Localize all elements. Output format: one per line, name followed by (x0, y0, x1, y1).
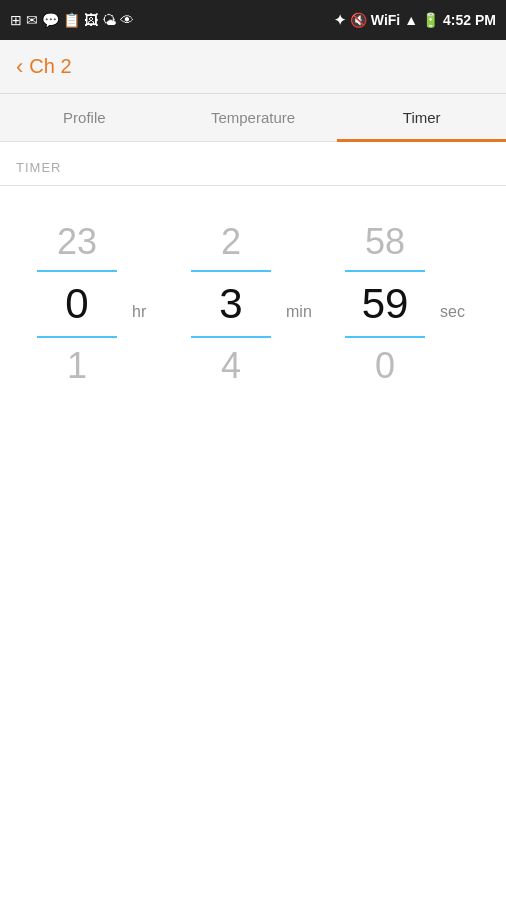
seconds-unit-label: sec (440, 295, 484, 321)
add-icon: ⊞ (10, 12, 22, 28)
tab-temperature[interactable]: Temperature (169, 95, 338, 142)
status-icons-right: ✦ 🔇 WiFi ▲ 🔋 4:52 PM (334, 12, 496, 28)
section-label: TIMER (0, 142, 506, 186)
image-icon: 🖼 (84, 12, 98, 28)
minutes-picker[interactable]: 2 3 4 (176, 216, 286, 392)
eye-icon: 👁 (120, 12, 134, 28)
bluetooth-icon: ✦ (334, 12, 346, 28)
message-icon: 💬 (42, 12, 59, 28)
seconds-line-top (345, 270, 425, 272)
seconds-current: 59 (362, 274, 409, 334)
hours-above: 23 (57, 216, 97, 268)
minutes-above: 2 (221, 216, 241, 268)
status-icons-left: ⊞ ✉ 💬 📋 🖼 🌤 👁 (10, 12, 134, 28)
email-icon: ✉ (26, 12, 38, 28)
clip-icon: 📋 (63, 12, 80, 28)
back-button[interactable]: ‹ Ch 2 (16, 54, 72, 80)
mute-icon: 🔇 (350, 12, 367, 28)
minutes-below: 4 (221, 340, 241, 392)
minutes-current: 3 (219, 274, 242, 334)
minutes-line-top (191, 270, 271, 272)
seconds-picker[interactable]: 58 59 0 (330, 216, 440, 392)
timer-picker: 23 0 1 hr 2 3 4 min 58 59 0 sec (0, 186, 506, 392)
tab-bar: Profile Temperature Timer (0, 94, 506, 142)
hours-line-bottom (37, 336, 117, 338)
wifi-icon: WiFi (371, 12, 400, 28)
seconds-line-bottom (345, 336, 425, 338)
hours-line-top (37, 270, 117, 272)
hours-current: 0 (65, 274, 88, 334)
weather-icon: 🌤 (102, 12, 116, 28)
minutes-unit-label: min (286, 295, 330, 321)
hours-below: 1 (67, 340, 87, 392)
battery-icon: 🔋 (422, 12, 439, 28)
back-chevron-icon: ‹ (16, 54, 23, 80)
hours-picker[interactable]: 23 0 1 (22, 216, 132, 392)
minutes-line-bottom (191, 336, 271, 338)
hours-unit-label: hr (132, 295, 176, 321)
seconds-below: 0 (375, 340, 395, 392)
signal-icon: ▲ (404, 12, 418, 28)
time-display: 4:52 PM (443, 12, 496, 28)
status-bar: ⊞ ✉ 💬 📋 🖼 🌤 👁 ✦ 🔇 WiFi ▲ 🔋 4:52 PM (0, 0, 506, 40)
seconds-above: 58 (365, 216, 405, 268)
header-title: Ch 2 (29, 55, 71, 78)
picker-row: 23 0 1 hr 2 3 4 min 58 59 0 sec (0, 216, 506, 392)
tab-timer[interactable]: Timer (337, 95, 506, 142)
tab-profile[interactable]: Profile (0, 95, 169, 142)
header: ‹ Ch 2 (0, 40, 506, 94)
